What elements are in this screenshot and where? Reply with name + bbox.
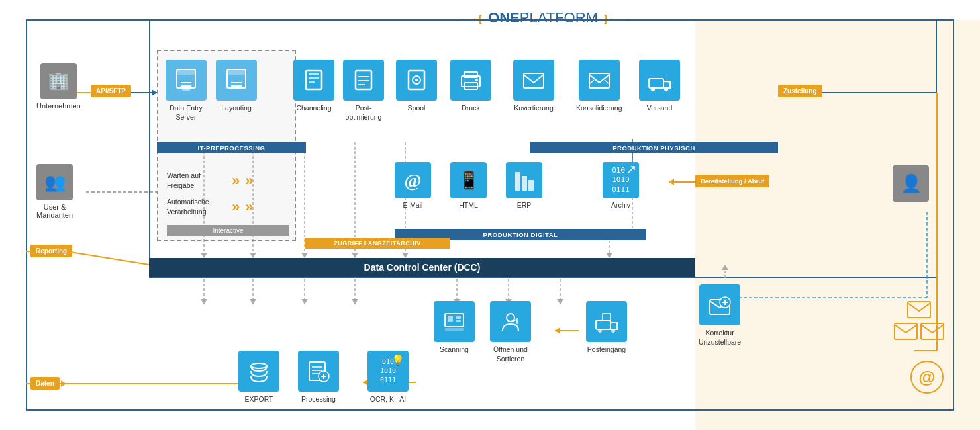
kunde-icon: 👤: [893, 165, 929, 202]
svg-rect-59: [177, 69, 195, 75]
svg-marker-46: [557, 299, 564, 304]
postoptimierung-icon: [343, 60, 384, 101]
reporting-badge[interactable]: Reporting: [30, 245, 72, 257]
auto-arrow2: »: [245, 198, 253, 216]
svg-rect-118: [921, 323, 944, 339]
oeffnen-icon-box[interactable]: Öffnen undSortieren: [490, 301, 531, 363]
erp-icon: [506, 162, 542, 198]
spool-icon-box[interactable]: Spool: [396, 60, 437, 113]
daten-badge[interactable]: Daten: [30, 377, 60, 390]
svg-marker-22: [352, 299, 358, 304]
svg-marker-88: [663, 81, 670, 83]
title-arrow-right: }←: [604, 13, 618, 25]
zustellung-badge[interactable]: Zustellung: [778, 85, 822, 97]
svg-marker-16: [201, 299, 207, 304]
versand-icon-box[interactable]: Versand: [639, 60, 680, 113]
produktion-physisch-label: PRODUKTION PHYSISCH: [530, 142, 778, 153]
svg-point-77: [415, 79, 418, 81]
svg-rect-104: [596, 320, 611, 329]
posteingang-icon: [586, 301, 627, 342]
processing-icon: [298, 351, 339, 392]
export-icon-box[interactable]: EXPORT: [238, 351, 279, 404]
posteingang-icon-box[interactable]: Posteingang: [586, 301, 627, 355]
html-icon-box[interactable]: 📱 HTML: [450, 162, 487, 210]
kuvertierung-icon-box[interactable]: Kuvertierung: [513, 60, 554, 113]
svg-marker-18: [250, 299, 256, 304]
it-preprocessing-label: IT-PREPROCESSING: [157, 142, 306, 153]
auto-arrow: »: [232, 198, 240, 216]
korrektur-label: KorrekturUnzustellbare: [699, 329, 741, 347]
svg-rect-82: [524, 73, 544, 88]
bereitstellung-badge[interactable]: Bereitstellung / Abruf: [695, 175, 769, 187]
at-icon: @: [910, 361, 944, 394]
scanning-icon-box[interactable]: Scanning: [434, 301, 475, 355]
warten-box: Warten aufFreigabe » »: [167, 171, 254, 190]
email-icon-box[interactable]: @ E-Mail: [395, 162, 431, 210]
erp-label: ERP: [517, 201, 532, 210]
main-container: →{ ONEPLATFORM }←: [0, 0, 980, 430]
kuvertierung-label: Kuvertierung: [514, 104, 554, 113]
svg-marker-20: [301, 299, 308, 304]
kunde-box: 👤 Kunde: [901, 165, 922, 177]
html-label: HTML: [459, 201, 478, 210]
svg-rect-70: [309, 81, 315, 83]
svg-point-90: [664, 87, 668, 91]
konsolidierung-icon-box[interactable]: Konsolidierung: [576, 60, 622, 113]
svg-rect-102: [445, 328, 464, 331]
archiv-label: Archiv: [611, 201, 630, 210]
archiv-icon-box[interactable]: 01010100111 Archiv: [603, 162, 639, 210]
ocr-icon-box[interactable]: 01010100111 💡 OCR, KI, AI: [368, 351, 409, 404]
posteingang-label: Posteingang: [587, 345, 626, 355]
dcc-bar: Data Control Center (DCC): [149, 258, 695, 277]
ocr-icon: 01010100111 💡: [368, 351, 409, 392]
oneplatform-title: →{ ONEPLATFORM }←: [458, 9, 629, 26]
unternehmen-icon: 🏢: [40, 63, 77, 99]
svg-rect-64: [227, 69, 246, 75]
layouting-icon: [216, 60, 257, 101]
title-arrow-left: →{: [467, 13, 482, 25]
svg-marker-48: [555, 327, 560, 334]
svg-rect-69: [309, 77, 319, 79]
scanning-label: Scanning: [440, 345, 469, 355]
html-icon: 📱: [450, 162, 487, 198]
data-entry-icon: [166, 60, 207, 101]
brand-platform: PLATFORM: [520, 9, 598, 26]
postoptimierung-icon-box[interactable]: Post-optimierung: [343, 60, 384, 122]
svg-rect-100: [456, 316, 461, 319]
svg-point-103: [507, 314, 514, 322]
svg-rect-91: [515, 172, 520, 191]
processing-icon-box[interactable]: Processing: [298, 351, 339, 404]
layouting-icon-box[interactable]: Layouting: [216, 60, 257, 113]
warten-arrow2: »: [245, 172, 253, 189]
svg-rect-99: [448, 316, 453, 322]
user-label: User &Mandanten: [36, 203, 73, 219]
konsolidierung-icon: [579, 60, 620, 101]
data-entry-icon-box[interactable]: Data EntryServer: [166, 60, 207, 122]
processing-label: Processing: [301, 395, 336, 404]
envelope-icon-3: [920, 323, 944, 343]
user-mandanten-box: 👥 User &Mandanten: [36, 164, 73, 219]
scanning-icon: [434, 301, 475, 342]
api-sftp-badge[interactable]: API/SFTP: [91, 85, 131, 97]
warten-arrow: »: [232, 172, 240, 189]
spool-label: Spool: [408, 104, 426, 113]
archiv-icon: 01010100111: [603, 162, 639, 198]
druck-icon: [450, 60, 491, 101]
brand-one: ONE: [488, 9, 520, 26]
svg-point-108: [251, 363, 267, 368]
email-icon: @: [395, 162, 431, 198]
korrektur-icon-box[interactable]: KorrekturUnzustellbare: [699, 284, 741, 347]
envelope-icon-1: [907, 301, 931, 321]
channeling-label: Channeling: [296, 104, 331, 113]
dcc-label: Data Control Center (DCC): [364, 262, 481, 273]
druck-icon-box[interactable]: Druck: [450, 60, 491, 113]
svg-point-89: [651, 87, 655, 91]
email-label: E-Mail: [403, 201, 423, 210]
erp-icon-box[interactable]: ERP: [506, 162, 542, 210]
channeling-icon: [293, 60, 334, 101]
zugriff-label: ZUGRIFF LANGZEITARCHIV: [305, 238, 450, 249]
druck-label: Druck: [462, 104, 479, 113]
postoptimierung-label: Post-optimierung: [346, 104, 382, 122]
svg-marker-105: [611, 323, 617, 329]
channeling-icon-box[interactable]: Channeling: [293, 60, 334, 113]
